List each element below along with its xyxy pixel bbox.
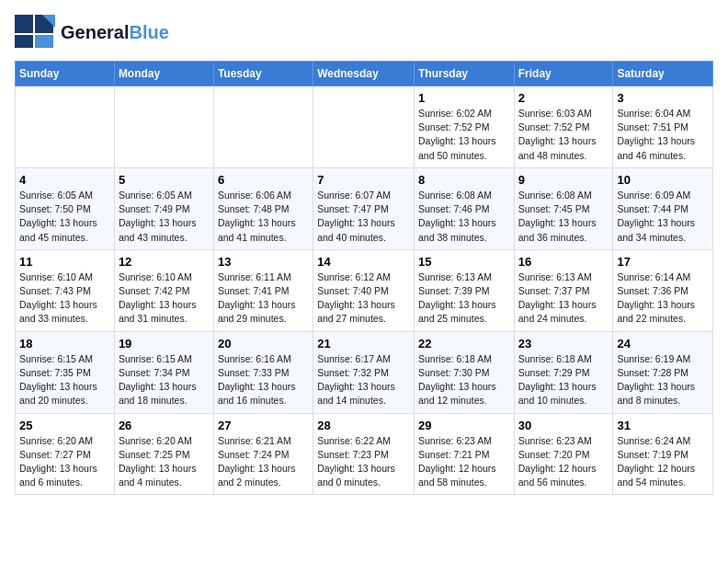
calendar-cell: 23Sunrise: 6:18 AM Sunset: 7:29 PM Dayli… — [514, 331, 613, 413]
day-info: Sunrise: 6:05 AM Sunset: 7:50 PM Dayligh… — [19, 189, 110, 245]
calendar-cell: 27Sunrise: 6:21 AM Sunset: 7:24 PM Dayli… — [213, 413, 313, 495]
day-info: Sunrise: 6:11 AM Sunset: 7:41 PM Dayligh… — [218, 270, 309, 327]
day-info: Sunrise: 6:13 AM Sunset: 7:37 PM Dayligh… — [518, 270, 609, 327]
calendar-cell: 12Sunrise: 6:10 AM Sunset: 7:42 PM Dayli… — [114, 249, 213, 331]
day-number: 7 — [317, 173, 410, 187]
day-info: Sunrise: 6:04 AM Sunset: 7:51 PM Dayligh… — [617, 107, 709, 163]
day-number: 14 — [317, 255, 410, 269]
calendar-cell: 21Sunrise: 6:17 AM Sunset: 7:32 PM Dayli… — [313, 331, 415, 413]
day-info: Sunrise: 6:15 AM Sunset: 7:34 PM Dayligh… — [119, 352, 210, 408]
calendar-cell: 15Sunrise: 6:13 AM Sunset: 7:39 PM Dayli… — [414, 249, 514, 331]
day-info: Sunrise: 6:18 AM Sunset: 7:30 PM Dayligh… — [418, 352, 510, 408]
calendar-header-row: SundayMondayTuesdayWednesdayThursdayFrid… — [16, 62, 713, 86]
calendar-cell: 26Sunrise: 6:20 AM Sunset: 7:25 PM Dayli… — [114, 413, 213, 495]
day-number: 30 — [518, 419, 609, 432]
calendar-cell: 10Sunrise: 6:09 AM Sunset: 7:44 PM Dayli… — [613, 167, 713, 249]
calendar-cell: 14Sunrise: 6:12 AM Sunset: 7:40 PM Dayli… — [313, 249, 415, 331]
day-number: 2 — [518, 91, 609, 105]
calendar-cell: 18Sunrise: 6:15 AM Sunset: 7:35 PM Dayli… — [16, 331, 115, 413]
calendar-cell: 9Sunrise: 6:08 AM Sunset: 7:45 PM Daylig… — [514, 167, 613, 249]
calendar-cell: 1Sunrise: 6:02 AM Sunset: 7:52 PM Daylig… — [414, 86, 514, 168]
day-info: Sunrise: 6:14 AM Sunset: 7:36 PM Dayligh… — [617, 270, 709, 327]
svg-rect-3 — [35, 35, 53, 48]
col-header-wednesday: Wednesday — [313, 62, 415, 86]
col-header-sunday: Sunday — [16, 62, 115, 86]
day-info: Sunrise: 6:20 AM Sunset: 7:25 PM Dayligh… — [119, 434, 210, 490]
calendar-cell: 13Sunrise: 6:11 AM Sunset: 7:41 PM Dayli… — [213, 249, 313, 331]
svg-rect-2 — [15, 35, 33, 48]
calendar-cell: 7Sunrise: 6:07 AM Sunset: 7:47 PM Daylig… — [313, 167, 415, 249]
calendar-cell: 30Sunrise: 6:23 AM Sunset: 7:20 PM Dayli… — [514, 413, 613, 495]
day-number: 31 — [617, 419, 709, 432]
day-number: 6 — [218, 173, 309, 187]
day-info: Sunrise: 6:20 AM Sunset: 7:27 PM Dayligh… — [19, 434, 110, 490]
svg-rect-0 — [15, 15, 33, 33]
day-info: Sunrise: 6:15 AM Sunset: 7:35 PM Dayligh… — [19, 352, 110, 408]
col-header-tuesday: Tuesday — [213, 62, 313, 86]
day-number: 28 — [317, 419, 410, 432]
calendar-cell: 22Sunrise: 6:18 AM Sunset: 7:30 PM Dayli… — [414, 331, 514, 413]
day-info: Sunrise: 6:13 AM Sunset: 7:39 PM Dayligh… — [418, 270, 510, 327]
calendar-table: SundayMondayTuesdayWednesdayThursdayFrid… — [15, 61, 713, 495]
day-number: 3 — [617, 91, 709, 105]
calendar-week-4: 18Sunrise: 6:15 AM Sunset: 7:35 PM Dayli… — [16, 331, 713, 413]
day-info: Sunrise: 6:22 AM Sunset: 7:23 PM Dayligh… — [317, 434, 410, 490]
col-header-monday: Monday — [114, 62, 213, 86]
day-info: Sunrise: 6:24 AM Sunset: 7:19 PM Dayligh… — [617, 434, 709, 490]
calendar-cell — [114, 86, 213, 168]
day-info: Sunrise: 6:08 AM Sunset: 7:46 PM Dayligh… — [418, 189, 510, 245]
calendar-week-1: 1Sunrise: 6:02 AM Sunset: 7:52 PM Daylig… — [16, 86, 713, 168]
calendar-week-2: 4Sunrise: 6:05 AM Sunset: 7:50 PM Daylig… — [16, 167, 713, 249]
calendar-week-5: 25Sunrise: 6:20 AM Sunset: 7:27 PM Dayli… — [16, 413, 713, 495]
day-info: Sunrise: 6:09 AM Sunset: 7:44 PM Dayligh… — [617, 189, 709, 245]
day-number: 5 — [119, 173, 210, 187]
day-number: 12 — [119, 255, 210, 269]
calendar-cell: 6Sunrise: 6:06 AM Sunset: 7:48 PM Daylig… — [213, 167, 313, 249]
day-number: 1 — [418, 91, 510, 105]
day-info: Sunrise: 6:07 AM Sunset: 7:47 PM Dayligh… — [317, 189, 410, 245]
day-info: Sunrise: 6:06 AM Sunset: 7:48 PM Dayligh… — [218, 189, 309, 245]
day-number: 27 — [218, 419, 309, 432]
day-number: 8 — [418, 173, 510, 187]
calendar-cell: 31Sunrise: 6:24 AM Sunset: 7:19 PM Dayli… — [613, 413, 713, 495]
day-info: Sunrise: 6:16 AM Sunset: 7:33 PM Dayligh… — [218, 352, 309, 408]
calendar-cell: 11Sunrise: 6:10 AM Sunset: 7:43 PM Dayli… — [16, 249, 115, 331]
col-header-friday: Friday — [514, 62, 613, 86]
page-header: GeneralBlue — [15, 15, 713, 50]
day-info: Sunrise: 6:23 AM Sunset: 7:21 PM Dayligh… — [418, 434, 510, 490]
day-number: 4 — [19, 173, 110, 187]
day-number: 26 — [119, 419, 210, 432]
day-number: 25 — [19, 419, 110, 432]
logo: GeneralBlue — [15, 15, 169, 50]
calendar-cell: 4Sunrise: 6:05 AM Sunset: 7:50 PM Daylig… — [16, 167, 115, 249]
calendar-cell: 16Sunrise: 6:13 AM Sunset: 7:37 PM Dayli… — [514, 249, 613, 331]
day-number: 21 — [317, 337, 410, 350]
day-number: 19 — [119, 337, 210, 350]
calendar-cell: 24Sunrise: 6:19 AM Sunset: 7:28 PM Dayli… — [613, 331, 713, 413]
logo-name: GeneralBlue — [61, 22, 169, 42]
calendar-cell: 25Sunrise: 6:20 AM Sunset: 7:27 PM Dayli… — [16, 413, 115, 495]
day-info: Sunrise: 6:17 AM Sunset: 7:32 PM Dayligh… — [317, 352, 410, 408]
day-number: 22 — [418, 337, 510, 350]
day-number: 29 — [418, 419, 510, 432]
day-number: 24 — [617, 337, 709, 350]
col-header-thursday: Thursday — [414, 62, 514, 86]
day-number: 15 — [418, 255, 510, 269]
day-info: Sunrise: 6:03 AM Sunset: 7:52 PM Dayligh… — [518, 107, 609, 163]
day-number: 18 — [19, 337, 110, 350]
calendar-cell: 3Sunrise: 6:04 AM Sunset: 7:51 PM Daylig… — [613, 86, 713, 168]
day-info: Sunrise: 6:02 AM Sunset: 7:52 PM Dayligh… — [418, 107, 510, 163]
calendar-cell: 2Sunrise: 6:03 AM Sunset: 7:52 PM Daylig… — [514, 86, 613, 168]
day-info: Sunrise: 6:23 AM Sunset: 7:20 PM Dayligh… — [518, 434, 609, 490]
day-number: 23 — [518, 337, 609, 350]
day-info: Sunrise: 6:12 AM Sunset: 7:40 PM Dayligh… — [317, 270, 410, 327]
day-number: 20 — [218, 337, 309, 350]
calendar-cell — [213, 86, 313, 168]
calendar-cell: 20Sunrise: 6:16 AM Sunset: 7:33 PM Dayli… — [213, 331, 313, 413]
calendar-cell: 5Sunrise: 6:05 AM Sunset: 7:49 PM Daylig… — [114, 167, 213, 249]
day-number: 13 — [218, 255, 309, 269]
day-number: 16 — [518, 255, 609, 269]
day-number: 9 — [518, 173, 609, 187]
calendar-cell: 29Sunrise: 6:23 AM Sunset: 7:21 PM Dayli… — [414, 413, 514, 495]
logo-icon — [15, 15, 55, 50]
